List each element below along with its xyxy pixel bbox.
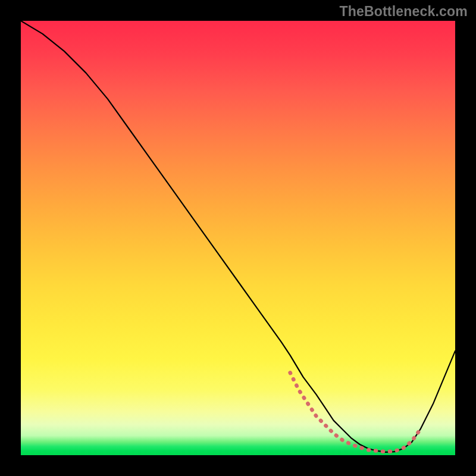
main-curve <box>21 21 455 452</box>
watermark-text: TheBottleneck.com <box>339 4 468 20</box>
dotted-accent-curve <box>290 372 421 452</box>
chart-frame: TheBottleneck.com <box>0 0 476 476</box>
chart-svg <box>21 21 455 455</box>
plot-area <box>21 21 455 455</box>
